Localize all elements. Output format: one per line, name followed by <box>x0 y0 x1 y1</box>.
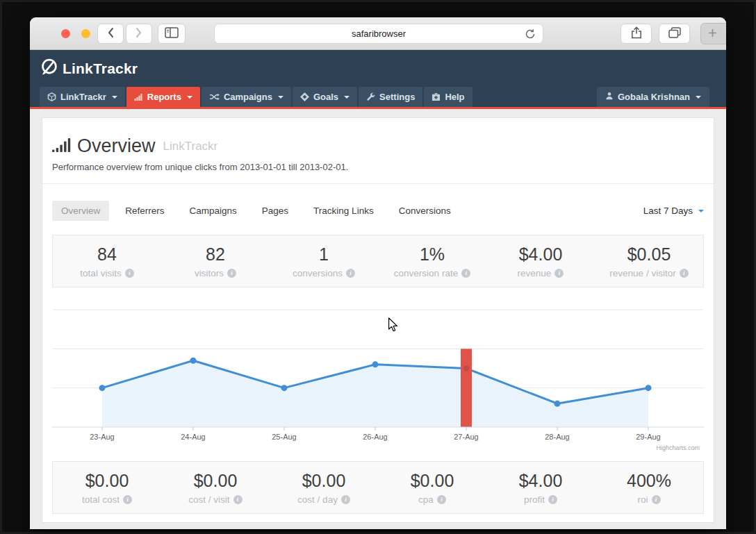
info-icon[interactable] <box>554 269 564 278</box>
svg-text:26-Aug: 26-Aug <box>363 433 387 441</box>
stat-total-visits: 84 total visits <box>53 235 161 287</box>
tab-conversions[interactable]: Conversions <box>390 201 460 221</box>
info-icon[interactable] <box>227 269 236 278</box>
nav-label: Help <box>445 92 464 102</box>
info-icon[interactable] <box>461 269 470 278</box>
tab-pages[interactable]: Pages <box>253 201 297 221</box>
info-icon[interactable] <box>125 269 134 278</box>
stat-value: $0.00 <box>53 471 161 491</box>
tabs-icon <box>668 27 681 41</box>
svg-text:25-Aug: 25-Aug <box>272 433 296 441</box>
stat-label: conversion rate <box>394 268 458 278</box>
stat-value: $4.00 <box>486 471 595 491</box>
svg-text:24-Aug: 24-Aug <box>181 433 205 441</box>
stat-cpa: $0.00 cpa <box>378 462 486 513</box>
page-subtitle: Performance overview from unique clicks … <box>52 162 704 172</box>
nav-item-linktrackr[interactable]: LinkTrackr <box>40 87 125 107</box>
nav-label: Settings <box>379 92 415 102</box>
nav-label: Campaigns <box>224 92 272 102</box>
stat-label: conversions <box>293 268 343 278</box>
stat-label: cost / visit <box>188 494 229 505</box>
stat-total-cost: $0.00 total cost <box>53 462 161 513</box>
close-window-button[interactable] <box>61 29 70 38</box>
page-title: Overview <box>77 135 156 157</box>
info-icon[interactable] <box>548 495 557 504</box>
back-icon <box>107 27 114 41</box>
nav-item-goals[interactable]: Goals <box>293 87 357 107</box>
nav-item-reports[interactable]: Reports <box>126 87 200 107</box>
svg-text:29-Aug: 29-Aug <box>636 433 660 441</box>
nav-item-settings[interactable]: Settings <box>359 87 422 107</box>
chevron-down-icon <box>187 96 192 99</box>
back-button[interactable] <box>97 24 124 44</box>
stat-cost-per-day: $0.00 cost / day <box>270 462 378 513</box>
stats-row-top: 84 total visits 82 visitors 1 conversion… <box>52 235 704 287</box>
cube-icon <box>47 92 56 101</box>
new-tab-button[interactable] <box>700 23 726 44</box>
stat-conversions: 1 conversions <box>270 235 378 287</box>
info-icon[interactable] <box>233 495 243 504</box>
chevron-down-icon <box>696 96 701 99</box>
overview-chart-svg[interactable]: 23-Aug24-Aug25-Aug26-Aug27-Aug28-Aug29-A… <box>52 292 704 453</box>
nav-item-help[interactable]: Help <box>424 87 472 107</box>
page-content: Overview LinkTrackr Performance overview… <box>30 109 726 527</box>
page-title-block: Overview LinkTrackr Performance overview… <box>42 118 714 184</box>
app-header: LinkTrackr LinkTrackr Reports <box>30 50 726 109</box>
main-nav: LinkTrackr Reports Campaigns <box>40 87 472 107</box>
user-menu[interactable]: Gobala Krishnan <box>597 87 709 107</box>
stat-visitors: 82 visitors <box>161 235 270 287</box>
chevron-down-icon <box>112 96 117 99</box>
stat-label: cost / day <box>297 494 338 505</box>
page-title-suffix: LinkTrackr <box>163 140 218 153</box>
svg-text:27-Aug: 27-Aug <box>454 433 478 441</box>
tab-overview-button[interactable] <box>659 24 690 44</box>
stat-value: 84 <box>53 244 161 265</box>
nav-item-campaigns[interactable]: Campaigns <box>202 87 291 107</box>
svg-text:28-Aug: 28-Aug <box>545 433 569 441</box>
sidebar-toggle-button[interactable] <box>158 24 186 44</box>
share-icon <box>631 26 642 42</box>
browser-titlebar: safaribrowser <box>30 17 726 50</box>
address-bar[interactable]: safaribrowser <box>214 24 543 44</box>
address-text: safaribrowser <box>352 28 406 39</box>
info-icon[interactable] <box>652 495 661 504</box>
info-icon[interactable] <box>680 269 689 278</box>
tab-referrers[interactable]: Referrers <box>116 201 173 221</box>
stat-value: 1 <box>270 244 378 265</box>
stat-label: revenue <box>518 268 552 278</box>
forward-button[interactable] <box>126 24 152 44</box>
tab-tracking-links[interactable]: Tracking Links <box>304 201 383 221</box>
info-icon[interactable] <box>437 495 446 504</box>
minimize-window-button[interactable] <box>81 29 90 38</box>
overview-card: Overview LinkTrackr Performance overview… <box>42 117 714 523</box>
chevron-down-icon <box>698 210 704 212</box>
date-range-picker[interactable]: Last 7 Days <box>643 206 704 216</box>
shuffle-icon <box>209 92 220 101</box>
app-logo[interactable]: LinkTrackr <box>40 58 138 79</box>
goals-diamond-icon <box>300 92 309 101</box>
stat-label: roi <box>637 494 648 505</box>
nav-label: Reports <box>147 92 181 102</box>
stats-row-bottom: $0.00 total cost $0.00 cost / visit $0.0… <box>52 461 704 514</box>
signal-bars-icon <box>52 138 71 155</box>
stat-value: 1% <box>378 244 486 265</box>
share-button[interactable] <box>621 24 652 44</box>
info-icon[interactable] <box>341 495 350 504</box>
tab-overview[interactable]: Overview <box>52 201 109 221</box>
tab-campaigns[interactable]: Campaigns <box>181 201 246 221</box>
chevron-down-icon <box>278 96 284 99</box>
stat-revenue-per-visitor: $0.05 revenue / visitor <box>595 235 703 287</box>
stat-roi: 400% roi <box>595 462 703 513</box>
info-icon[interactable] <box>346 269 355 278</box>
stat-label: visitors <box>195 268 224 278</box>
stat-label: revenue / visitor <box>609 268 675 278</box>
browser-window: safaribrowser <box>30 17 726 529</box>
screenshot-frame: safaribrowser <box>0 0 756 534</box>
stat-label: profit <box>524 494 545 505</box>
bar-chart-icon <box>134 92 143 101</box>
refresh-icon[interactable] <box>525 28 536 42</box>
stat-label: total visits <box>80 268 121 278</box>
info-icon[interactable] <box>123 495 132 504</box>
visits-chart[interactable]: 23-Aug24-Aug25-Aug26-Aug27-Aug28-Aug29-A… <box>52 292 704 453</box>
stat-value: $0.00 <box>161 471 270 491</box>
